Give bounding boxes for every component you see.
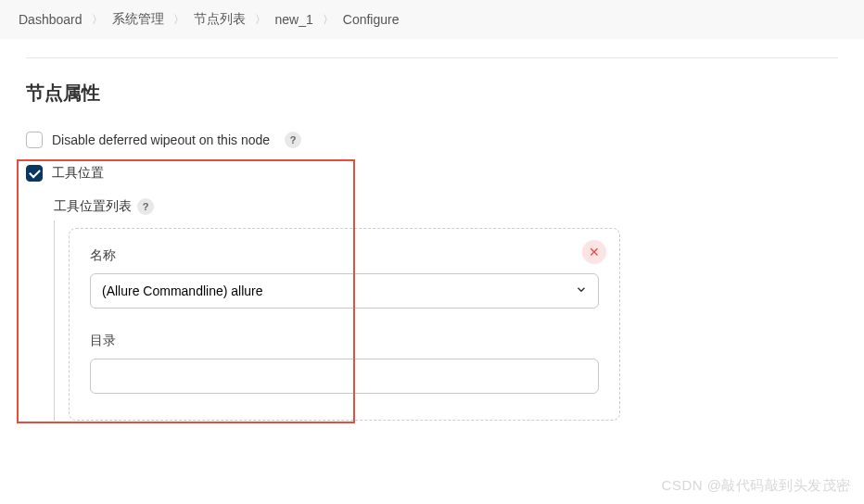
breadcrumb-item-nodes[interactable]: 节点列表: [194, 11, 246, 28]
tool-location-row: 工具位置: [26, 165, 838, 182]
dir-field-label: 目录: [90, 333, 599, 349]
tool-location-item-panel: ✕ 名称 目录: [69, 228, 620, 421]
tool-list-label: 工具位置列表: [54, 198, 132, 215]
breadcrumb-item-system[interactable]: 系统管理: [112, 11, 164, 28]
disable-wipeout-row: Disable deferred wipeout on this node ?: [26, 132, 838, 148]
name-field-label: 名称: [90, 247, 599, 264]
dir-input[interactable]: [90, 359, 599, 394]
chevron-right-icon: 〉: [173, 12, 184, 28]
divider: [26, 57, 838, 58]
tool-location-label: 工具位置: [52, 165, 104, 182]
tool-list-label-row: 工具位置列表 ?: [54, 198, 838, 215]
disable-wipeout-label: Disable deferred wipeout on this node: [52, 132, 270, 147]
disable-wipeout-checkbox[interactable]: [26, 132, 43, 148]
tool-location-checkbox[interactable]: [26, 165, 43, 182]
watermark: CSDN @敲代码敲到头发茂密: [662, 477, 851, 495]
help-icon[interactable]: ?: [137, 198, 154, 215]
tree-line: [54, 220, 55, 421]
chevron-right-icon: 〉: [92, 12, 103, 28]
chevron-right-icon: 〉: [323, 12, 334, 28]
breadcrumb-item-node-name[interactable]: new_1: [275, 12, 313, 27]
chevron-right-icon: 〉: [255, 12, 266, 28]
breadcrumb-item-dashboard[interactable]: Dashboard: [19, 12, 83, 27]
breadcrumb: Dashboard 〉 系统管理 〉 节点列表 〉 new_1 〉 Config…: [0, 0, 864, 39]
breadcrumb-item-configure[interactable]: Configure: [343, 12, 400, 27]
section-title: 节点属性: [26, 81, 838, 106]
close-icon: ✕: [589, 245, 600, 259]
help-icon[interactable]: ?: [285, 132, 301, 148]
name-select[interactable]: [90, 273, 599, 309]
remove-item-button[interactable]: ✕: [582, 240, 606, 264]
